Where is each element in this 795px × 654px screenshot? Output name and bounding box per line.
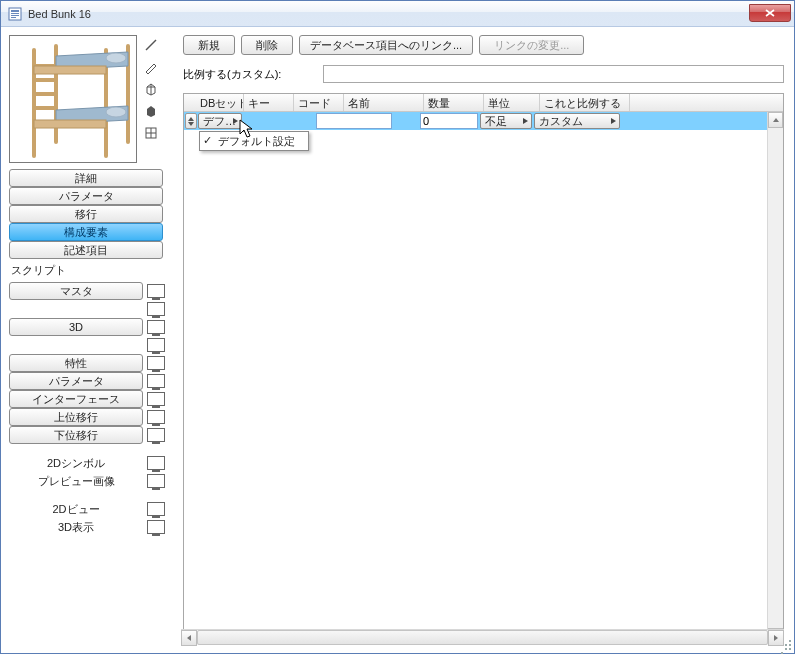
new-button[interactable]: 新規 [183,35,235,55]
dropdown-item-default[interactable]: ✓ デフォルト設定 [200,132,308,150]
change-link-button: リンクの変更... [479,35,584,55]
table-header: DBセット キー コード 名前 数量 単位 これと比例する [184,94,783,112]
monitor-icon[interactable] [147,456,165,470]
th-code[interactable]: コード [294,94,344,111]
nav-descriptors[interactable]: 記述項目 [9,241,163,259]
scroll-track[interactable] [768,128,783,628]
script-master[interactable]: マスタ [9,282,143,300]
toolbar-row: 新規 削除 データベース項目へのリンク... リンクの変更... [183,35,784,55]
script-2d-view[interactable]: 2Dビュー [9,500,143,518]
script-parameter[interactable]: パラメータ [9,372,143,390]
proportional-input[interactable] [323,65,784,83]
monitor-icon[interactable] [147,302,165,316]
nav-components[interactable]: 構成要素 [9,223,163,241]
resize-grip[interactable] [778,637,792,651]
monitor-icon[interactable] [147,356,165,370]
row-reorder-handle[interactable] [185,113,197,129]
script-backward-migrate[interactable]: 下位移行 [9,426,143,444]
svg-point-16 [106,107,126,117]
script-group-3: 2Dビュー 3D表示 [9,500,175,536]
script-blank-1 [9,300,143,318]
script-forward-migrate[interactable]: 上位移行 [9,408,143,426]
th-dbset[interactable]: DBセット [196,94,244,111]
svg-rect-2 [11,13,19,14]
script-preview-image[interactable]: プレビュー画像 [9,472,143,490]
check-icon: ✓ [203,134,212,147]
nav-button-group: 詳細 パラメータ 移行 構成要素 記述項目 [9,169,175,259]
qty-input[interactable] [420,113,478,129]
dropdown-item-label: デフォルト設定 [218,134,295,149]
svg-point-15 [106,53,126,63]
window: Bed Bunk 16 [0,0,795,654]
client-area: 詳細 パラメータ 移行 構成要素 記述項目 スクリプト マスタ 3D 特性 パラ… [1,27,794,653]
monitor-icon[interactable] [147,284,165,298]
dbset-combo-value: デフ… [203,114,236,129]
titlebar[interactable]: Bed Bunk 16 [1,1,794,27]
monitor-icon[interactable] [147,392,165,406]
close-button[interactable] [749,4,791,22]
monitor-icon[interactable] [147,474,165,488]
compare-combo-value: カスタム [539,114,583,129]
monitor-icon[interactable] [147,374,165,388]
unit-combo-value: 不足 [485,114,507,129]
cube-outline-icon[interactable] [143,81,159,97]
link-db-button[interactable]: データベース項目へのリンク... [299,35,473,55]
unit-combo[interactable]: 不足 [480,113,532,129]
compare-combo[interactable]: カスタム [534,113,620,129]
scroll-thumb[interactable] [197,630,768,645]
script-3d[interactable]: 3D [9,318,143,336]
th-handle [184,94,196,111]
scroll-left-button[interactable] [181,630,197,646]
script-section-label: スクリプト [11,263,175,278]
vertical-scrollbar[interactable] [767,112,783,644]
th-unit[interactable]: 単位 [484,94,540,111]
monitor-icon[interactable] [147,338,165,352]
nav-migration[interactable]: 移行 [9,205,163,223]
nav-parameters[interactable]: パラメータ [9,187,163,205]
proportional-row: 比例する(カスタム): [183,65,784,83]
cube-solid-icon[interactable] [143,103,159,119]
line-tool-icon[interactable] [143,37,159,53]
chevron-right-icon [233,118,238,124]
dbset-combo[interactable]: デフ… ✓ デフォルト設定 [198,113,242,129]
script-property[interactable]: 特性 [9,354,143,372]
proportional-label: 比例する(カスタム): [183,67,323,82]
monitor-icon[interactable] [147,428,165,442]
dbset-dropdown[interactable]: ✓ デフォルト設定 [199,131,309,151]
delete-button[interactable]: 削除 [241,35,293,55]
code-input[interactable] [316,113,392,129]
script-blank-2 [9,336,143,354]
monitor-icon[interactable] [147,520,165,534]
key-cell [242,113,292,129]
right-panel: 新規 削除 データベース項目へのリンク... リンクの変更... 比例する(カス… [181,27,794,653]
preview-tool-column [143,35,163,163]
table: DBセット キー コード 名前 数量 単位 これと比例する デフ… [183,93,784,645]
th-name[interactable]: 名前 [344,94,424,111]
script-group-2: 2Dシンボル プレビュー画像 [9,454,175,490]
script-interface[interactable]: インターフェース [9,390,143,408]
script-2d-symbol[interactable]: 2Dシンボル [9,454,143,472]
chevron-right-icon [611,118,616,124]
preview-thumbnail[interactable] [9,35,137,163]
chevron-right-icon [523,118,528,124]
scroll-up-button[interactable] [768,112,783,128]
svg-rect-1 [11,10,19,12]
monitor-icon[interactable] [147,410,165,424]
th-key[interactable]: キー [244,94,294,111]
script-group-1: マスタ 3D 特性 パラメータ インターフェース 上位移行 下位移行 [9,282,175,444]
svg-line-17 [146,40,156,50]
pen-tool-icon[interactable] [143,59,159,75]
th-compare[interactable]: これと比例する [540,94,630,111]
svg-rect-14 [34,120,106,128]
monitor-icon[interactable] [147,502,165,516]
nav-details[interactable]: 詳細 [9,169,163,187]
horizontal-scrollbar[interactable] [181,629,784,645]
grid-icon[interactable] [143,125,159,141]
monitor-icon[interactable] [147,320,165,334]
svg-rect-3 [11,15,19,16]
script-3d-view[interactable]: 3D表示 [9,518,143,536]
window-title: Bed Bunk 16 [28,8,91,20]
th-qty[interactable]: 数量 [424,94,484,111]
left-panel: 詳細 パラメータ 移行 構成要素 記述項目 スクリプト マスタ 3D 特性 パラ… [1,27,181,653]
table-row[interactable]: デフ… ✓ デフォルト設定 不足 [184,112,783,130]
